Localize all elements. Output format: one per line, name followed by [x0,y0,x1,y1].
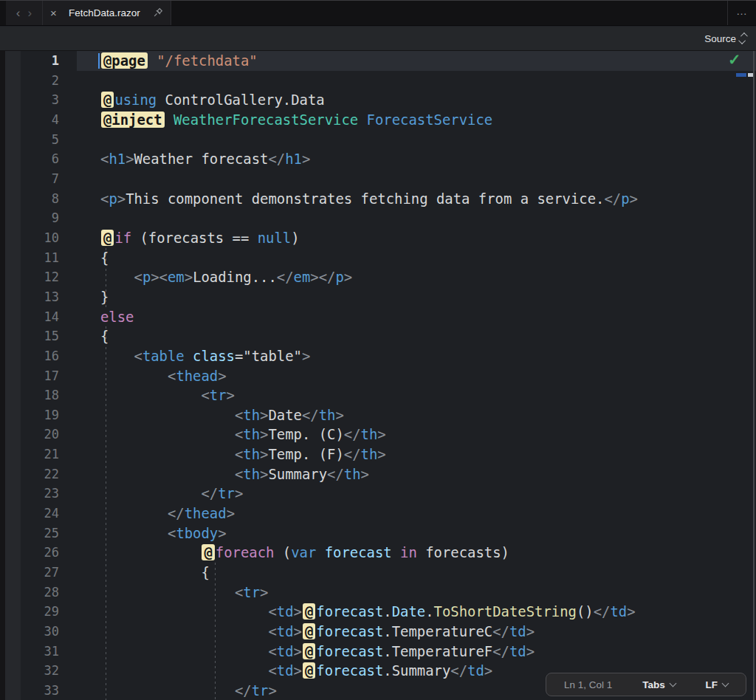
code-line[interactable]: 13} [0,287,756,307]
line-number[interactable]: 25 [0,524,59,543]
line-number[interactable]: 6 [0,149,59,169]
code-line[interactable]: 12 <p><em>Loading...</em></p> [0,267,756,287]
no-issues-check-icon: ✓ [728,51,741,69]
line-number[interactable]: 20 [0,425,59,445]
line-number[interactable]: 13 [0,287,59,307]
code-editor[interactable]: 1@page "/fetchdata"23@using ControlGalle… [0,51,756,700]
code-line[interactable]: 25 <tbody> [0,524,756,543]
code-line[interactable]: 7 [0,169,756,189]
code-line[interactable]: 30 <td>@forecast.TemperatureC</td> [0,622,756,642]
code-line[interactable]: 29 <td>@forecast.Date.ToShortDateString(… [0,602,756,622]
code-line[interactable]: 4@inject WeatherForecastService Forecast… [0,110,756,130]
line-number[interactable]: 16 [0,346,59,366]
code-line[interactable]: 19 <th>Date</th> [0,405,756,425]
close-tab-icon[interactable]: × [50,7,57,18]
line-number[interactable]: 10 [0,228,59,248]
indentation-label: Tabs [642,679,665,690]
code-text: <th>Temp. (C)</th> [100,425,386,445]
line-number[interactable]: 24 [0,504,59,524]
cursor-position-button[interactable]: Ln 1, Col 1 [564,679,612,690]
code-line[interactable]: 3@using ControlGallery.Data [0,90,756,110]
chevron-up-down-icon[interactable] [740,32,746,44]
code-text: @using ControlGallery.Data [100,90,325,110]
code-text: { [100,248,109,268]
code-line[interactable]: 8<p>This component demonstrates fetching… [0,189,756,209]
code-line[interactable]: 9 [0,208,756,228]
line-number[interactable]: 14 [0,307,59,327]
line-number[interactable]: 17 [0,366,59,386]
code-line[interactable]: 31 <td>@forecast.TemperatureF</td> [0,642,756,662]
line-number[interactable]: 18 [0,385,59,405]
line-number[interactable]: 8 [0,189,59,209]
line-number[interactable]: 32 [0,661,59,681]
line-number[interactable]: 7 [0,169,59,189]
code-line[interactable]: 22 <th>Summary</th> [0,464,756,484]
code-line[interactable]: 2 [0,71,756,91]
line-number[interactable]: 22 [0,464,59,484]
code-text: <thead> [100,366,227,386]
code-line[interactable]: 5 [0,130,756,150]
line-number[interactable]: 23 [0,484,59,504]
code-line[interactable]: 26 @foreach (var forecast in forecasts) [0,543,756,563]
forward-icon[interactable]: › [28,7,32,19]
line-number[interactable]: 1 [0,51,59,71]
code-text: <th>Summary</th> [100,464,369,484]
line-number[interactable]: 26 [0,543,59,563]
back-icon[interactable]: ‹ [16,7,21,19]
line-number[interactable]: 29 [0,602,59,622]
scrollbar[interactable] [753,51,755,700]
code-text: <td>@forecast.Summary</td> [100,661,492,681]
line-number[interactable]: 5 [0,130,59,150]
code-line[interactable]: 11{ [0,248,756,268]
code-text: <td>@forecast.TemperatureF</td> [100,642,535,662]
tab-title: FetchData.razor [63,7,145,18]
indentation-selector[interactable]: Tabs [642,679,676,690]
pin-tab-icon[interactable] [152,7,163,18]
chevron-down-icon [669,679,676,687]
code-text: <p>This component demonstrates fetching … [100,189,638,209]
code-text: <th>Date</th> [100,405,344,425]
code-line[interactable]: 23 </tr> [0,484,756,504]
code-line[interactable]: 28 <tr> [0,583,756,603]
code-line[interactable]: 10@if (forecasts == null) [0,228,756,248]
status-bar: Ln 1, Col 1 Tabs LF [546,673,746,696]
line-ending-selector[interactable]: LF [706,679,729,690]
line-number[interactable]: 2 [0,71,59,91]
line-number[interactable]: 15 [0,326,59,346]
code-line[interactable]: 27 { [0,563,756,583]
tab-overflow-button[interactable]: … [728,1,756,25]
line-number[interactable]: 12 [0,267,59,287]
line-number[interactable]: 27 [0,563,59,583]
code-text: <p><em>Loading...</em></p> [100,267,352,287]
code-line[interactable]: 14else [0,307,756,327]
code-line[interactable]: 24 </thead> [0,504,756,524]
code-line[interactable]: 20 <th>Temp. (C)</th> [0,425,756,445]
ellipsis-icon: … [736,5,748,21]
tab-fetchdata-razor[interactable]: × FetchData.razor [43,1,171,25]
history-nav: ‹ › [6,1,43,25]
code-line[interactable]: 21 <th>Temp. (F)</th> [0,445,756,464]
code-line[interactable]: 17 <thead> [0,366,756,386]
code-line[interactable]: 18 <tr> [0,385,756,405]
line-number[interactable]: 21 [0,445,59,464]
line-number[interactable]: 33 [0,681,59,700]
code-text: </tr> [100,484,243,504]
code-text: </thead> [100,504,235,524]
line-number[interactable]: 9 [0,208,59,228]
code-text: <tbody> [100,524,227,543]
code-text: <tr> [100,385,235,405]
code-line[interactable]: 15{ [0,326,756,346]
code-text: } [100,287,109,307]
line-number[interactable]: 28 [0,583,59,603]
line-number[interactable]: 30 [0,622,59,642]
line-number[interactable]: 4 [0,110,59,130]
line-number[interactable]: 3 [0,90,59,110]
chevron-down-icon [722,679,729,687]
code-line[interactable]: 16 <table class="table"> [0,346,756,366]
line-number[interactable]: 11 [0,248,59,268]
line-number[interactable]: 19 [0,405,59,425]
code-line[interactable]: 1@page "/fetchdata" [0,51,756,71]
syntax-mode-selector[interactable]: Source [704,33,736,44]
line-number[interactable]: 31 [0,642,59,662]
code-line[interactable]: 6<h1>Weather forecast</h1> [0,149,756,169]
